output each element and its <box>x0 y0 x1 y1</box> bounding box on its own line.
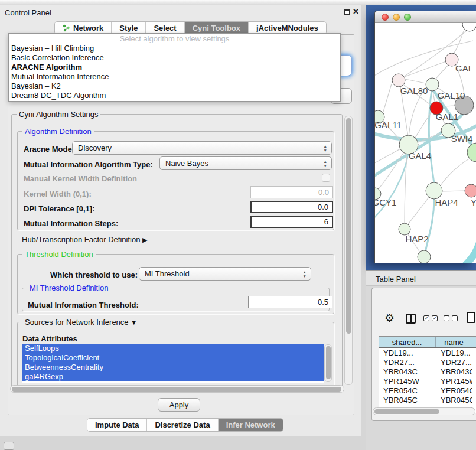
table-row[interactable]: YPR145WYPR145W9. <box>379 377 476 386</box>
mi-steps-field[interactable]: 6 <box>250 216 333 228</box>
tab-impute-data[interactable]: Impute Data <box>87 419 147 431</box>
table-panel-region: Table Panel ⚙ ✓ ✓ shared...nameYDL19...Y… <box>366 270 476 450</box>
tab-select[interactable]: Select <box>146 22 184 34</box>
node-label: GAL4 <box>409 151 431 161</box>
mi-algorithm-type-select[interactable]: Naive Bayes ▲▼ <box>159 156 332 170</box>
minimize-window-icon[interactable] <box>393 14 400 21</box>
which-threshold-label: Which threshold to use: <box>50 270 138 279</box>
which-threshold-select[interactable]: MI Threshold ▲▼ <box>139 267 311 281</box>
tab-label: Cyni Toolbox <box>193 24 240 32</box>
which-threshold-value: MI Threshold <box>145 269 190 278</box>
close-panel-icon[interactable]: ✕ <box>353 7 359 16</box>
table-cell: YDR27... <box>436 358 472 367</box>
tab-style[interactable]: Style <box>112 22 146 34</box>
algorithm-option[interactable]: ARACNE Algorithm <box>9 63 340 72</box>
apply-button[interactable]: Apply <box>158 398 200 412</box>
tab-infer-network[interactable]: Infer Network <box>219 419 283 431</box>
tab-cyni-toolbox[interactable]: Cyni Toolbox <box>185 22 249 34</box>
network-edge <box>442 191 465 191</box>
network-node-gal80[interactable] <box>392 74 405 87</box>
settings-vertical-scrollbar[interactable] <box>344 116 353 385</box>
gear-icon[interactable]: ⚙ <box>384 311 395 325</box>
network-graph: GALGAL80GAL10GAL1GAL11SWI4GAL4GCY1HAP4YH… <box>375 23 476 263</box>
checked-checkbox-icon[interactable]: ✓ <box>432 315 438 321</box>
algorithm-option[interactable]: Mutual Information Inference <box>9 72 340 81</box>
algorithm-option[interactable]: Bayesian – K2 <box>9 81 340 91</box>
table-row[interactable]: YDR27...YDR27...12 <box>379 358 476 367</box>
dpi-tolerance-label: DPI Tolerance [0,1]: <box>24 204 94 213</box>
mi-threshold-field[interactable]: 0.5 <box>248 296 332 308</box>
table-cell: 9. <box>472 377 476 386</box>
table-cell: YPR145W <box>379 377 436 386</box>
column-header[interactable]: shared... <box>379 337 436 347</box>
network-node-hap2[interactable] <box>399 223 410 235</box>
table-horizontal-scrollbar[interactable] <box>373 407 475 415</box>
network-window-titlebar[interactable] <box>375 11 476 23</box>
node-label: SWI4 <box>451 133 473 144</box>
float-panel-icon[interactable] <box>344 9 350 15</box>
table-row[interactable]: YER054CYER054C8. <box>379 386 476 396</box>
settings-horizontal-scrollbar[interactable] <box>10 385 344 393</box>
tab-discretize-data[interactable]: Discretize Data <box>147 419 218 431</box>
column-header[interactable]: name <box>436 337 472 347</box>
tab-label: Style <box>119 24 138 32</box>
network-canvas[interactable]: GALGAL80GAL10GAL1GAL11SWI4GAL4GCY1HAP4YH… <box>375 23 476 263</box>
unchecked-checkbox-icon[interactable] <box>444 315 449 321</box>
close-window-icon[interactable] <box>382 14 389 21</box>
attribute-list-item[interactable]: TopologicalCoefficient <box>22 353 324 363</box>
table-cell: YBR045C <box>379 396 436 405</box>
tab-label: jActiveMNodules <box>256 24 318 32</box>
tab-network[interactable]: Network <box>55 22 112 34</box>
aracne-mode-value: Discovery <box>78 144 112 152</box>
checked-checkbox-icon[interactable]: ✓ <box>423 315 429 321</box>
node-label: GAL1 <box>436 112 458 122</box>
aracne-mode-select[interactable]: Discovery ▲▼ <box>72 141 332 155</box>
network-node[interactable] <box>418 250 431 263</box>
network-node-hap4[interactable] <box>426 182 442 199</box>
column-header[interactable] <box>472 337 476 347</box>
new-table-icon[interactable] <box>467 312 475 323</box>
tab-jactivemnodules[interactable]: jActiveMNodules <box>249 22 326 34</box>
table-cell: YDL19... <box>379 348 436 358</box>
minimized-panel-icon[interactable] <box>4 442 14 450</box>
kernel-width-field[interactable]: 0.0 <box>250 186 333 198</box>
table-panel-card: ⚙ ✓ ✓ shared...nameYDL19...YDL19...13YDR… <box>371 288 476 421</box>
panel-title: Control Panel <box>5 8 51 17</box>
network-view-window: GALGAL80GAL10GAL1GAL11SWI4GAL4GCY1HAP4YH… <box>374 11 476 263</box>
threshold-definition-title: Threshold Definition <box>22 250 96 259</box>
table-row[interactable]: YBR043CYBR043C <box>379 367 476 377</box>
table-cell: YPR145W <box>436 377 472 386</box>
algorithm-option[interactable]: Basic Correlation Inference <box>9 53 340 63</box>
dpi-tolerance-field[interactable]: 0.0 <box>250 201 333 213</box>
manual-kernel-width-checkbox[interactable] <box>322 174 330 182</box>
algorithm-option[interactable]: Bayesian – Hill Climbing <box>9 44 340 53</box>
attribute-list-item[interactable]: BetweennessCentrality <box>22 363 324 372</box>
node-attribute-table: shared...nameYDL19...YDL19...13YDR27...Y… <box>379 336 476 413</box>
network-node-y[interactable] <box>465 184 476 197</box>
attributes-list-scrollbar[interactable] <box>324 344 332 382</box>
table-panel-title: Table Panel <box>376 275 416 283</box>
table-row[interactable]: YBR045CYBR045C9. <box>379 396 476 405</box>
network-icon <box>63 24 70 32</box>
unchecked-checkbox-icon[interactable] <box>452 315 458 321</box>
columns-icon[interactable] <box>406 314 416 324</box>
network-node[interactable] <box>462 23 476 31</box>
table-row[interactable]: YDL19...YDL19...13 <box>379 348 476 358</box>
chevron-right-icon: ▶ <box>142 236 147 243</box>
attribute-list-item[interactable]: gal4RGexp <box>22 372 324 381</box>
network-edge <box>459 231 476 263</box>
algorithm-option[interactable]: Dream8 DC_TDC Algorithm <box>9 91 340 100</box>
network-edge <box>436 66 448 79</box>
node-label: HAP2 <box>405 234 428 244</box>
attribute-list-item[interactable]: SelfLoops <box>22 344 324 353</box>
mi-threshold-label: Mutual Information Threshold: <box>28 301 139 309</box>
sources-title-text: Sources for Network Inference <box>25 318 129 327</box>
hub-definition-toggle[interactable]: Hub/Transcription Factor Definition ▶ <box>22 235 147 244</box>
table-cell: 12 <box>472 358 476 367</box>
aracne-mode-label: Aracne Mode: <box>24 145 74 154</box>
table-panel-titlebar: Table Panel <box>366 270 476 286</box>
table-cell: YER054C <box>379 386 436 396</box>
table-cell: YBR043C <box>436 367 472 377</box>
zoom-window-icon[interactable] <box>404 14 411 21</box>
sources-group-title[interactable]: Sources for Network Inference ▼ <box>22 318 139 327</box>
